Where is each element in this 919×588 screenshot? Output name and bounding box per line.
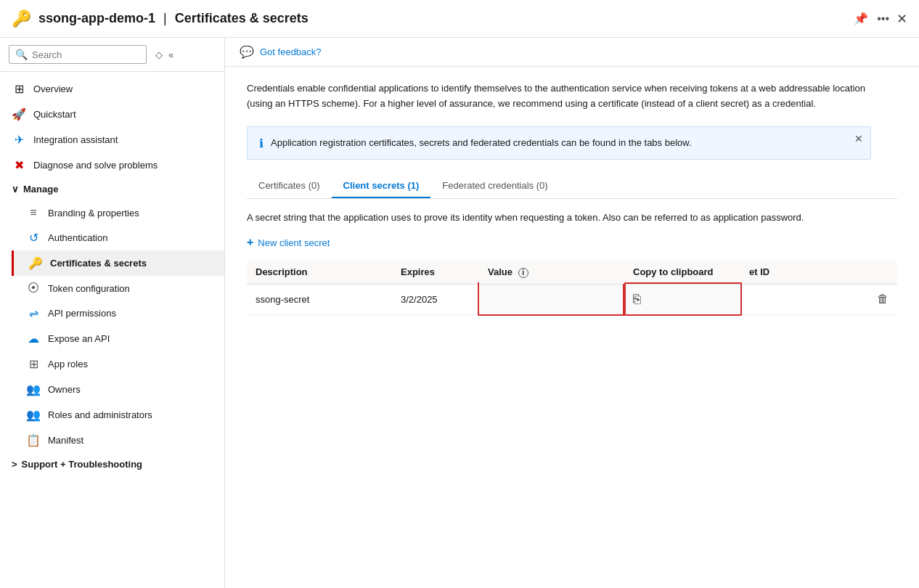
quickstart-icon: 🚀 (12, 107, 26, 121)
sidebar-top-actions: ◇ « (155, 49, 173, 60)
value-info-icon[interactable]: i (518, 268, 528, 278)
collapse-icon[interactable]: « (168, 49, 173, 60)
manage-group[interactable]: ∨ Manage (0, 178, 224, 200)
info-banner-close[interactable]: ✕ (854, 133, 863, 144)
sidebar-item-label: Expose an API (48, 333, 110, 344)
expose-api-icon: ☁ (26, 332, 41, 346)
sidebar-item-label: Overview (33, 83, 73, 94)
cell-copy: ⎘ (624, 284, 740, 314)
sub-description: A secret string that the application use… (247, 211, 871, 225)
cell-description: ssong-secret (247, 284, 392, 314)
secrets-table: Description Expires Value i Copy to clip… (247, 261, 897, 315)
sidebar-item-owners[interactable]: 👥 Owners (12, 377, 224, 402)
copy-to-clipboard-button[interactable]: ⎘ (633, 292, 732, 307)
sidebar-navigation: ⊞ Overview 🚀 Quickstart ✈ Integration as… (0, 72, 224, 475)
col-header-secretid: et ID (740, 261, 897, 284)
sidebar-item-branding[interactable]: ≡ Branding & properties (12, 200, 224, 225)
app-name: ssong-app-demo-1 (38, 11, 155, 25)
cell-expires: 3/2/2025 (392, 284, 479, 314)
sidebar-item-diagnose[interactable]: ✖ Diagnose and solve problems (0, 152, 224, 178)
col-header-value: Value i (479, 261, 624, 284)
table-body: ssong-secret 3/2/2025 ⎘ 🗑 (247, 284, 897, 314)
sidebar-item-api-permissions[interactable]: ⇌ API permissions (12, 301, 224, 326)
content-body: Credentials enable confidential applicat… (225, 67, 919, 588)
app-roles-icon: ⊞ (26, 357, 41, 371)
manifest-icon: 📋 (26, 433, 41, 447)
search-icon: 🔍 (15, 49, 28, 60)
app-icon: 🔑 (12, 9, 31, 28)
sidebar-item-label: Owners (48, 384, 81, 395)
manage-subnav: ≡ Branding & properties ↺ Authentication… (0, 200, 224, 453)
sidebar-item-token-config[interactable]: ⦿ Token configuration (12, 276, 224, 301)
certificates-icon: 🔑 (28, 256, 43, 270)
owners-icon: 👥 (26, 383, 41, 396)
sidebar-item-label: App roles (48, 359, 88, 369)
page-title: ssong-app-demo-1 | Certificates & secret… (38, 11, 846, 26)
sidebar-item-expose-api[interactable]: ☁ Expose an API (12, 326, 224, 351)
sidebar-item-label: Certificates & secrets (50, 258, 147, 269)
page-name: Certificates & secrets (175, 11, 309, 25)
sidebar-item-label: Authentication (48, 232, 107, 243)
api-permissions-icon: ⇌ (26, 306, 41, 320)
diagnose-icon: ✖ (12, 158, 26, 172)
sidebar-item-quickstart[interactable]: 🚀 Quickstart (0, 102, 224, 127)
close-button[interactable]: ✕ (896, 11, 907, 27)
copy-icon: ⎘ (633, 292, 641, 307)
col-header-copy: Copy to clipboard (624, 261, 740, 284)
sidebar-item-authentication[interactable]: ↺ Authentication (12, 225, 224, 250)
sidebar: 🔍 ◇ « ⊞ Overview 🚀 Quickstart ✈ Integ (0, 38, 225, 588)
col-header-description: Description (247, 261, 392, 284)
main-description: Credentials enable confidential applicat… (247, 81, 871, 112)
sidebar-item-integration[interactable]: ✈ Integration assistant (0, 127, 224, 152)
branding-icon: ≡ (26, 206, 41, 219)
info-banner: ℹ Application registration certificates,… (247, 126, 871, 160)
sidebar-item-label: Diagnose and solve problems (33, 160, 158, 171)
authentication-icon: ↺ (26, 231, 41, 245)
sidebar-item-overview[interactable]: ⊞ Overview (0, 76, 224, 102)
sidebar-item-label: Token configuration (48, 283, 130, 294)
roles-admins-icon: 👥 (26, 408, 41, 422)
table-header: Description Expires Value i Copy to clip… (247, 261, 897, 284)
sidebar-item-label: API permissions (48, 308, 116, 319)
search-area: 🔍 ◇ « (0, 38, 224, 72)
tabs-row: Certificates (0) Client secrets (1) Fede… (247, 174, 897, 199)
tab-federated[interactable]: Federated credentials (0) (430, 174, 559, 198)
info-banner-text: Application registration certificates, s… (271, 136, 859, 150)
filter-icon[interactable]: ◇ (155, 49, 163, 60)
search-box[interactable]: 🔍 (9, 45, 147, 64)
search-input[interactable] (32, 49, 140, 60)
title-actions: 📌 ••• (854, 12, 889, 25)
support-chevron: > (12, 459, 17, 470)
cell-secretid: 🗑 (740, 284, 897, 314)
sidebar-item-label: Manifest (48, 435, 83, 446)
sidebar-item-label: Branding & properties (48, 208, 139, 219)
integration-icon: ✈ (12, 133, 26, 147)
new-secret-label: New client secret (258, 237, 330, 248)
new-secret-button[interactable]: + New client secret (247, 236, 897, 249)
pin-button[interactable]: 📌 (854, 12, 868, 25)
info-icon: ℹ (259, 136, 264, 150)
tab-certificates[interactable]: Certificates (0) (247, 174, 332, 198)
sidebar-item-roles-admins[interactable]: 👥 Roles and administrators (12, 402, 224, 428)
sidebar-item-manifest[interactable]: 📋 Manifest (12, 428, 224, 453)
delete-button[interactable]: 🗑 (877, 293, 889, 305)
cell-value (479, 284, 624, 314)
feedback-icon: 💬 (240, 45, 254, 59)
support-group[interactable]: > Support + Troubleshooting (0, 453, 224, 475)
main-layout: 🔍 ◇ « ⊞ Overview 🚀 Quickstart ✈ Integ (0, 38, 919, 588)
separator: | (163, 11, 167, 25)
title-bar: 🔑 ssong-app-demo-1 | Certificates & secr… (0, 0, 919, 38)
manage-chevron: ∨ (12, 184, 19, 195)
sidebar-item-app-roles[interactable]: ⊞ App roles (12, 351, 224, 377)
tab-client-secrets[interactable]: Client secrets (1) (332, 174, 431, 198)
sidebar-item-certificates[interactable]: 🔑 Certificates & secrets (12, 250, 224, 276)
more-button[interactable]: ••• (877, 12, 889, 25)
table-row: ssong-secret 3/2/2025 ⎘ 🗑 (247, 284, 897, 314)
sidebar-item-label: Roles and administrators (48, 409, 152, 420)
feedback-bar[interactable]: 💬 Got feedback? (225, 38, 919, 67)
content-area: 💬 Got feedback? Credentials enable confi… (225, 38, 919, 588)
overview-icon: ⊞ (12, 82, 26, 96)
sidebar-item-label: Quickstart (33, 109, 76, 120)
token-config-icon: ⦿ (26, 282, 41, 295)
sidebar-item-label: Integration assistant (33, 134, 118, 145)
